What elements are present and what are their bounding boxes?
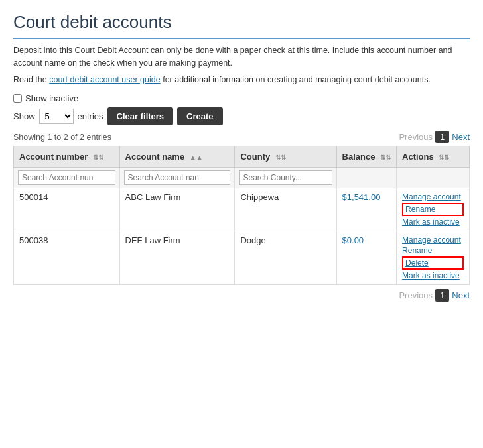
action-link-rename[interactable]: Rename [402,246,464,255]
show-inactive-label[interactable]: Show inactive [13,93,78,103]
col-header-balance[interactable]: Balance ⇅ [336,146,397,168]
description-line1: Deposit into this Court Debit Account ca… [13,44,470,70]
col-header-acct-name[interactable]: Account name ▲ [119,146,235,168]
page-title: Court debit accounts [13,12,470,39]
show-entries-row: Show 5 10 25 50 100 entries Clear filter… [13,107,470,125]
col-header-acct-num[interactable]: Account number ⇅ [14,146,120,168]
bottom-previous-link[interactable]: Previous [399,290,433,300]
action-link-manage-account[interactable]: Manage account [402,192,464,201]
cell-actions: Manage accountRenameMark as inactive [397,188,470,231]
sort-icon-actions: ⇅ [439,154,449,161]
sort-icon-county: ⇅ [275,154,286,161]
table-row: 500014ABC Law FirmChippewa$1,541.00Manag… [14,188,470,231]
search-acct-name-input[interactable] [124,170,231,185]
accounts-table: Account number ⇅ Account name ▲ County ⇅… [13,146,470,285]
cell-acct-name: DEF Law Firm [119,231,235,285]
sort-icon-acct-num: ⇅ [93,154,104,161]
search-county-input[interactable] [239,170,332,185]
showing-text: Showing 1 to 2 of 2 entries [13,133,111,142]
balance-link[interactable]: $0.00 [342,235,364,245]
user-guide-link[interactable]: court debit account user guide [49,75,160,84]
show-inactive-checkbox[interactable] [13,94,22,103]
cell-balance: $1,541.00 [336,188,397,231]
bottom-next-link[interactable]: Next [452,290,470,300]
bottom-page-number[interactable]: 1 [435,289,449,302]
cell-county: Chippewa [235,188,336,231]
bottom-pagination: Previous 1 Next [399,289,470,302]
balance-link[interactable]: $1,541.00 [342,192,381,202]
top-pagination: Previous 1 Next [399,131,470,143]
clear-filters-button[interactable]: Clear filters [107,107,174,125]
cell-actions: Manage accountRenameDeleteMark as inacti… [397,231,470,285]
col-header-county[interactable]: County ⇅ [235,146,336,168]
col-header-actions[interactable]: Actions ⇅ [397,146,470,168]
description-line2: Read the court debit account user guide … [13,74,470,86]
action-link-manage-account[interactable]: Manage account [402,235,464,245]
create-button[interactable]: Create [177,107,222,125]
entries-select[interactable]: 5 10 25 50 100 [39,109,74,124]
table-header-row: Account number ⇅ Account name ▲ County ⇅… [14,146,470,168]
show-label: Show [13,111,35,121]
sort-icon-acct-name: ▲ [190,154,203,161]
action-link-rename[interactable]: Rename [402,203,464,216]
action-link-mark-as-inactive[interactable]: Mark as inactive [402,271,464,280]
entries-label: entries [78,111,104,121]
cell-balance: $0.00 [336,231,397,285]
show-inactive-row: Show inactive [13,93,470,103]
search-acct-num-input[interactable] [18,170,115,185]
top-previous-link[interactable]: Previous [399,132,433,142]
table-row: 500038DEF Law FirmDodge$0.00Manage accou… [14,231,470,285]
bottom-info-row: Previous 1 Next [13,289,470,302]
top-info-row: Showing 1 to 2 of 2 entries Previous 1 N… [13,131,470,143]
top-page-number[interactable]: 1 [435,131,449,143]
cell-acct-name: ABC Law Firm [119,188,235,231]
cell-acct-num: 500038 [14,231,120,285]
cell-county: Dodge [235,231,336,285]
table-search-row [14,168,470,188]
action-link-delete[interactable]: Delete [402,256,464,270]
cell-acct-num: 500014 [14,188,120,231]
top-next-link[interactable]: Next [452,132,470,142]
action-link-mark-as-inactive[interactable]: Mark as inactive [402,217,464,227]
sort-icon-balance: ⇅ [380,154,391,161]
